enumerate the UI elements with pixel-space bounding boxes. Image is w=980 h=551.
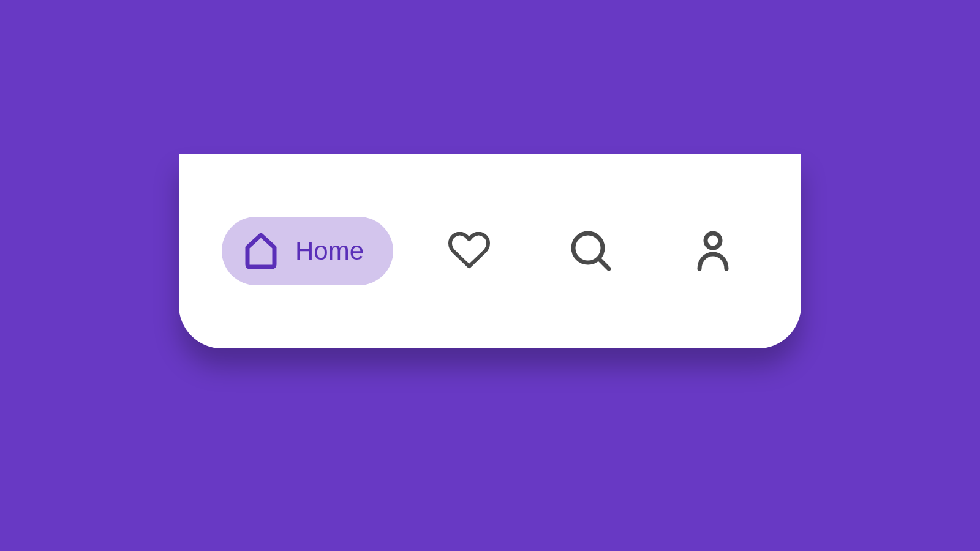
bottom-navigation-bar: Home (179, 154, 801, 348)
nav-item-profile[interactable] (667, 217, 758, 285)
nav-item-favorites[interactable] (424, 217, 515, 285)
nav-item-label: Home (295, 236, 364, 266)
user-icon (696, 231, 730, 271)
search-icon (571, 231, 611, 271)
svg-line-1 (599, 259, 609, 269)
nav-item-search[interactable] (546, 217, 637, 285)
home-icon (244, 233, 278, 269)
heart-icon (448, 232, 491, 270)
svg-point-2 (706, 233, 720, 248)
nav-item-home[interactable]: Home (222, 217, 393, 285)
